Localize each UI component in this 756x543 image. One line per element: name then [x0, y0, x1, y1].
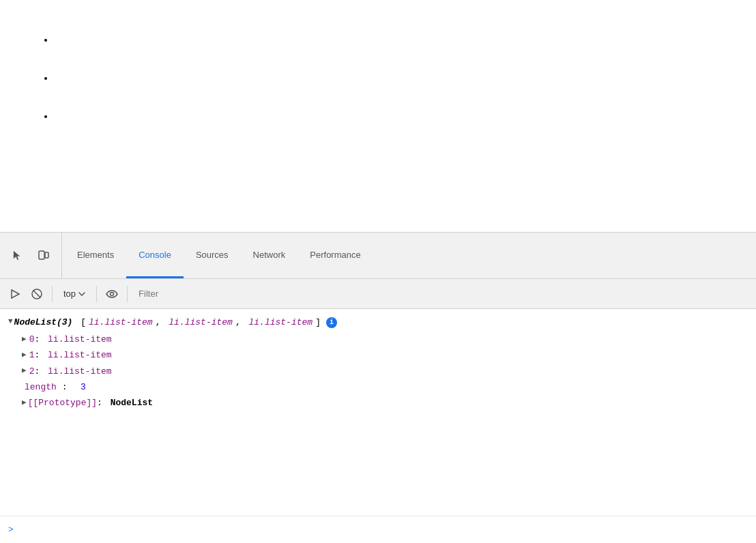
nodelist-item-0-link[interactable]: li.list-item	[89, 316, 153, 330]
prop-line-0: ▶ 0 : li.list-item	[8, 332, 748, 347]
length-key: length	[25, 382, 57, 392]
nodelist-header: NodeList(3) [ li.list-item , li.list-ite…	[14, 316, 337, 330]
nodelist-item-2-link[interactable]: li.list-item	[249, 316, 313, 330]
length-line: length : 3	[8, 379, 748, 395]
nodelist-line: ▼ NodeList(3) [ li.list-item , li.list-i…	[8, 314, 748, 332]
device-toolbar-icon[interactable]	[33, 245, 55, 267]
svg-marker-2	[12, 290, 19, 298]
toolbar-divider-3	[127, 286, 128, 302]
console-toolbar: top	[0, 279, 756, 309]
svg-point-5	[111, 292, 114, 295]
expand-nodelist-arrow[interactable]: ▼	[8, 316, 13, 328]
toolbar-divider-2	[96, 286, 97, 302]
console-output: ▼ NodeList(3) [ li.list-item , li.list-i…	[0, 309, 756, 516]
console-input-area: >	[0, 516, 756, 543]
clear-console-icon[interactable]	[27, 284, 46, 304]
prop-value-0[interactable]: li.list-item	[48, 332, 112, 347]
devtools-panel: Elements Console Sources Network Perform…	[0, 232, 756, 543]
length-value: 3	[81, 382, 86, 392]
expand-entry-2-arrow[interactable]: ▶	[22, 364, 27, 378]
svg-rect-1	[45, 252, 48, 258]
tab-console[interactable]: Console	[126, 233, 184, 278]
bullet-item-2	[55, 72, 60, 78]
proto-value[interactable]: NodeList	[111, 395, 153, 411]
tab-network[interactable]: Network	[241, 233, 298, 278]
prop-index-1: 1	[29, 347, 35, 363]
inspect-element-icon[interactable]	[7, 245, 29, 267]
page-content	[0, 0, 756, 232]
prop-index-0: 0	[29, 332, 35, 347]
svg-rect-0	[39, 251, 44, 259]
prop-value-1[interactable]: li.list-item	[48, 347, 112, 363]
bullet-item-3	[55, 111, 60, 116]
tab-elements[interactable]: Elements	[65, 233, 126, 278]
devtools-icon-group	[0, 233, 62, 278]
expand-entry-1-arrow[interactable]: ▶	[22, 349, 27, 362]
svg-line-4	[33, 290, 41, 297]
tab-sources[interactable]: Sources	[184, 233, 241, 278]
proto-key: [[Prototype]]	[28, 395, 97, 411]
expand-entry-0-arrow[interactable]: ▶	[22, 333, 27, 347]
nodelist-item-1-link[interactable]: li.list-item	[169, 316, 233, 330]
prop-line-2: ▶ 2 : li.list-item	[8, 364, 748, 379]
prop-index-2: 2	[29, 364, 35, 379]
console-prompt: >	[8, 525, 14, 535]
nodelist-label: NodeList(3)	[14, 316, 73, 330]
dropdown-arrow-icon	[78, 292, 85, 296]
prop-value-2[interactable]: li.list-item	[48, 364, 112, 379]
context-selector[interactable]: top	[58, 287, 91, 300]
devtools-tabs-bar: Elements Console Sources Network Perform…	[0, 233, 756, 279]
tab-performance[interactable]: Performance	[297, 233, 373, 278]
proto-line: ▶ [[Prototype]] : NodeList	[8, 395, 748, 411]
run-script-icon[interactable]	[5, 284, 25, 304]
bullet-list	[41, 34, 60, 149]
tab-list: Elements Console Sources Network Perform…	[62, 233, 376, 278]
eye-icon[interactable]	[102, 284, 121, 304]
filter-input[interactable]	[133, 284, 751, 304]
prop-line-1: ▶ 1 : li.list-item	[8, 347, 748, 363]
toolbar-divider-1	[52, 286, 53, 302]
info-badge[interactable]: i	[326, 317, 337, 328]
bullet-item-1	[55, 34, 60, 40]
expand-proto-arrow[interactable]: ▶	[22, 396, 27, 410]
